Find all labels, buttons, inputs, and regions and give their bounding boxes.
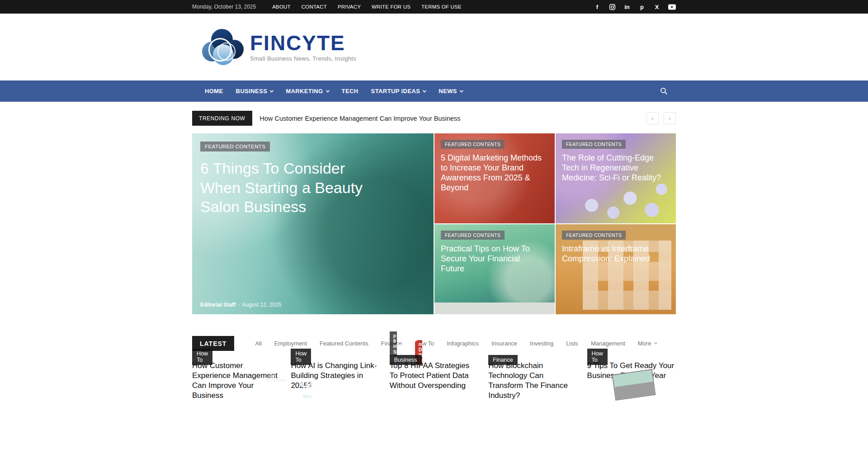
- latest-section-header: LATEST All Employment Featured Contents …: [0, 336, 868, 351]
- main-navigation: HOME BUSINESS MARKETING TECH STARTUP IDE…: [0, 80, 868, 102]
- article-title[interactable]: Top 8 HIPAA Strategies To Protect Patien…: [390, 361, 469, 390]
- trending-headline-link[interactable]: How Customer Experience Management Can I…: [260, 115, 461, 122]
- featured-tile-marketing[interactable]: FEATURED CONTENTS 5 Digital Marketing Me…: [434, 133, 555, 223]
- site-title: FINCYTE: [250, 33, 356, 53]
- featured-contents-badge[interactable]: FEATURED CONTENTS: [562, 231, 626, 240]
- featured-tile-financial[interactable]: FEATURED CONTENTS Practical Tips on How …: [434, 224, 555, 314]
- featured-contents-badge[interactable]: FEATURED CONTENTS: [441, 231, 505, 240]
- article-title[interactable]: How Blockchain Technology Can Transform …: [488, 361, 568, 400]
- tab-featured-contents[interactable]: Featured Contents: [320, 340, 368, 347]
- featured-tile-title[interactable]: Intraframe vs Interframe Compression: Ex…: [562, 244, 667, 264]
- nav-item-marketing[interactable]: MARKETING: [279, 80, 335, 102]
- nav-item-home[interactable]: HOME: [198, 80, 230, 102]
- instagram-icon[interactable]: [608, 3, 616, 11]
- topbar-link-write-for-us[interactable]: WRITE FOR US: [372, 4, 410, 9]
- chevron-down-icon: [423, 89, 426, 92]
- trending-next-button[interactable]: ›: [664, 112, 676, 124]
- pinterest-icon[interactable]: p: [638, 3, 646, 11]
- social-icons: f in p X: [593, 3, 676, 11]
- chevron-down-icon: [654, 341, 657, 345]
- site-tagline: Small Business News, Trends, Insights: [250, 55, 356, 62]
- current-date: Monday, October 13, 2025: [192, 4, 256, 10]
- trending-now-label: TRENDING NOW: [192, 111, 252, 126]
- featured-contents-badge[interactable]: FEATURED CONTENTS: [562, 140, 626, 149]
- nav-item-news[interactable]: NEWS: [432, 80, 469, 102]
- x-twitter-icon[interactable]: X: [653, 3, 661, 11]
- tab-infographics[interactable]: Infographics: [447, 340, 479, 347]
- featured-contents-badge[interactable]: FEATURED CONTENTS: [441, 140, 505, 149]
- featured-tile-title[interactable]: Practical Tips on How To Secure Your Fin…: [441, 244, 546, 274]
- featured-tile-medicine[interactable]: FEATURED CONTENTS The Role of Cutting-Ed…: [556, 133, 676, 223]
- topbar-link-privacy[interactable]: PRIVACY: [338, 4, 361, 9]
- tab-employment[interactable]: Employment: [274, 340, 307, 347]
- author-link[interactable]: Editorial Staff: [200, 302, 236, 308]
- topbar-links: ABOUT CONTACT PRIVACY WRITE FOR US TERMS…: [272, 4, 462, 9]
- top-bar: Monday, October 13, 2025 ABOUT CONTACT P…: [0, 0, 868, 14]
- chevron-down-icon: [460, 89, 463, 92]
- chevron-down-icon: [326, 89, 329, 92]
- site-header: FINCYTE Small Business News, Trends, Ins…: [0, 14, 868, 80]
- topbar-link-terms[interactable]: TERMS OF USE: [421, 4, 462, 9]
- tab-investing[interactable]: Investing: [530, 340, 553, 347]
- nav-item-tech[interactable]: TECH: [335, 80, 365, 102]
- nav-item-startup-ideas[interactable]: STARTUP IDEAS: [365, 80, 433, 102]
- article-card: p 8 HIPAA Strategies nt Data Without Ove…: [390, 361, 478, 401]
- article-title[interactable]: How Customer Experience Management Can I…: [192, 361, 278, 400]
- trending-now-bar: TRENDING NOW How Customer Experience Man…: [0, 111, 868, 126]
- site-logo[interactable]: FINCYTE Small Business News, Trends, Ins…: [202, 29, 356, 65]
- nav-item-business[interactable]: BUSINESS: [230, 80, 280, 102]
- search-icon[interactable]: [652, 80, 676, 102]
- featured-main-title[interactable]: 6 Things To Consider When Starting a Bea…: [200, 159, 386, 217]
- linkedin-icon[interactable]: in: [623, 3, 631, 11]
- topbar-link-about[interactable]: ABOUT: [272, 4, 291, 9]
- featured-main-article[interactable]: FEATURED CONTENTS 6 Things To Consider W…: [192, 133, 434, 314]
- tab-all[interactable]: All: [255, 340, 261, 347]
- publish-date: August 12, 2025: [242, 302, 281, 308]
- featured-tile-title[interactable]: The Role of Cutting-Edge Tech in Regener…: [562, 153, 667, 183]
- tab-more[interactable]: More: [638, 340, 657, 347]
- article-card: Finance How Blockchain Technology Can Tr…: [488, 361, 577, 401]
- chevron-down-icon: [270, 89, 274, 92]
- featured-tile-title[interactable]: 5 Digital Marketing Methods to Increase …: [441, 153, 546, 193]
- article-card: How To 9 Tips To Get Ready Your Business…: [587, 361, 676, 401]
- featured-main-byline: Editorial Staff-August 12, 2025: [200, 302, 281, 308]
- tab-insurance[interactable]: Insurance: [491, 340, 517, 347]
- logo-circles-icon: [202, 29, 244, 65]
- youtube-icon[interactable]: [668, 3, 676, 11]
- category-filter-tabs: All Employment Featured Contents Finance…: [255, 340, 657, 347]
- featured-contents-badge[interactable]: FEATURED CONTENTS: [200, 142, 270, 151]
- article-card: AD SEO LINK BUILDING How To How AI is Ch…: [291, 361, 379, 401]
- latest-articles-grid: How To How Customer Experience Managemen…: [192, 361, 676, 401]
- tab-management[interactable]: Management: [591, 340, 625, 347]
- tab-lists[interactable]: Lists: [566, 340, 578, 347]
- trending-prev-button[interactable]: ‹: [646, 112, 659, 124]
- featured-grid: FEATURED CONTENTS 6 Things To Consider W…: [192, 133, 676, 314]
- facebook-icon[interactable]: f: [593, 3, 601, 11]
- topbar-link-contact[interactable]: CONTACT: [302, 4, 327, 9]
- featured-tile-compression[interactable]: FEATURED CONTENTS Intraframe vs Interfra…: [556, 224, 676, 314]
